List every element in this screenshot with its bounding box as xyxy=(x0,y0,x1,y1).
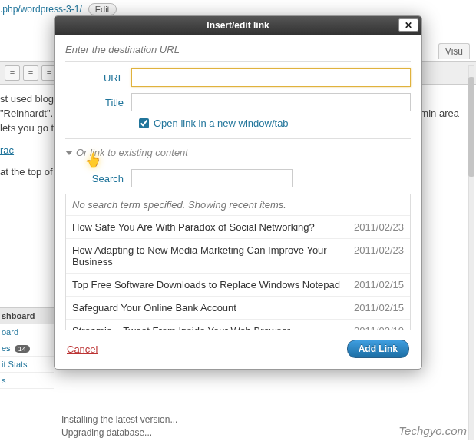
align-center-icon[interactable]: ≡ xyxy=(23,65,38,81)
new-tab-checkbox[interactable] xyxy=(139,118,149,128)
result-title: How Adapting to New Media Marketing Can … xyxy=(72,244,354,267)
result-date: 2011/02/15 xyxy=(354,302,404,314)
list-item[interactable]: Top Free Software Downloads to Replace W… xyxy=(66,273,410,296)
sidebar-item-dashboard[interactable]: oard xyxy=(0,324,54,340)
title-row: Title xyxy=(65,93,411,111)
sidebar-item-stats[interactable]: it Stats xyxy=(0,357,54,373)
admin-sidebar: shboard oard es 14 it Stats s xyxy=(0,307,54,389)
dialog-title: Insert/edit link xyxy=(207,20,269,31)
dialog-titlebar: Insert/edit link ✕ xyxy=(55,16,421,35)
result-date: 2011/02/23 xyxy=(354,221,404,233)
content-link[interactable]: rac xyxy=(0,144,14,156)
close-icon: ✕ xyxy=(405,20,412,31)
upgrade-log: Installing the latest version... Upgradi… xyxy=(61,412,177,440)
updates-badge: 14 xyxy=(15,345,30,353)
search-input[interactable] xyxy=(131,169,293,187)
title-label: Title xyxy=(65,97,131,108)
results-hint: No search term specified. Showing recent… xyxy=(66,194,410,215)
title-input[interactable] xyxy=(131,93,411,111)
sidebar-heading: shboard xyxy=(0,308,54,324)
dialog-intro: Enter the destination URL xyxy=(65,42,411,62)
dialog-footer: Cancel Add Link xyxy=(65,330,411,360)
url-input[interactable] xyxy=(131,68,411,87)
result-title: Streamie – Tweet From Inside Your Web Br… xyxy=(72,325,354,330)
log-line: Upgrading database... xyxy=(61,427,177,438)
sidebar-item-updates[interactable]: es 14 xyxy=(0,340,54,357)
result-date: 2011/02/15 xyxy=(354,279,404,290)
add-link-button[interactable]: Add Link xyxy=(347,340,409,358)
result-date: 2011/02/10 xyxy=(354,325,404,330)
tab-visual[interactable]: Visu xyxy=(438,43,470,59)
results-list[interactable]: No search term specified. Showing recent… xyxy=(65,194,411,330)
result-title: Top Free Software Downloads to Replace W… xyxy=(72,279,354,290)
result-title: Safeguard Your Online Bank Account xyxy=(72,302,354,314)
breadcrumb-path: .php/wordpress-3-1/ xyxy=(0,4,85,15)
new-tab-label: Open link in a new window/tab xyxy=(154,118,289,129)
new-tab-row: Open link in a new window/tab xyxy=(139,118,411,129)
url-row: URL xyxy=(65,68,411,87)
chevron-down-icon xyxy=(65,151,73,155)
insert-link-dialog: Insert/edit link ✕ Enter the destination… xyxy=(54,15,422,370)
existing-content-label: Or link to existing content xyxy=(76,147,188,158)
result-date: 2011/02/23 xyxy=(354,244,404,267)
scrollbar-thumb[interactable] xyxy=(468,77,474,177)
list-item[interactable]: Safeguard Your Online Bank Account 2011/… xyxy=(66,296,410,319)
watermark: Techgyo.com xyxy=(398,424,467,437)
sidebar-item-posts[interactable]: s xyxy=(0,373,54,389)
log-line: Installing the latest version... xyxy=(61,414,177,425)
edit-permalink-button[interactable]: Edit xyxy=(88,3,117,15)
existing-content-toggle[interactable]: Or link to existing content 👆 xyxy=(65,138,411,161)
cancel-button[interactable]: Cancel xyxy=(67,343,98,355)
page-scrollbar[interactable] xyxy=(468,65,474,440)
result-title: How Safe You Are With Paradox of Social … xyxy=(72,221,354,233)
editor-tabs: Visu xyxy=(438,46,470,57)
list-item[interactable]: How Adapting to New Media Marketing Can … xyxy=(66,238,410,273)
url-label: URL xyxy=(65,72,131,84)
search-row: Search xyxy=(65,169,411,187)
list-item[interactable]: Streamie – Tweet From Inside Your Web Br… xyxy=(66,319,410,330)
list-item[interactable]: How Safe You Are With Paradox of Social … xyxy=(66,215,410,238)
close-button[interactable]: ✕ xyxy=(398,18,418,32)
search-label: Search xyxy=(65,173,131,184)
sidebar-item-label: es xyxy=(2,343,11,353)
align-left-icon[interactable]: ≡ xyxy=(5,65,20,81)
